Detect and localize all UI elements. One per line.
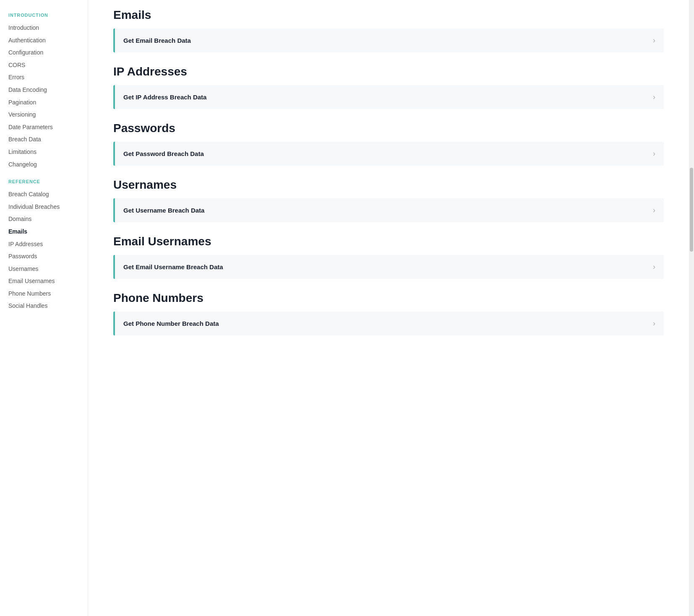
sidebar-item-configuration[interactable]: Configuration	[8, 47, 88, 59]
scrollbar-thumb[interactable]	[690, 168, 693, 252]
sidebar-item-phone-numbers[interactable]: Phone Numbers	[8, 288, 88, 300]
api-item-label-get-email-username-breach-data: Get Email Username Breach Data	[123, 263, 223, 270]
chevron-right-icon: ›	[653, 93, 655, 101]
sidebar-item-changelog[interactable]: Changelog	[8, 159, 88, 171]
sidebar-item-cors[interactable]: CORS	[8, 59, 88, 72]
section-title-phone-numbers: Phone Numbers	[113, 291, 664, 305]
sidebar-item-authentication[interactable]: Authentication	[8, 34, 88, 47]
section-title-emails: Emails	[113, 8, 664, 22]
sidebar-item-individual-breaches[interactable]: Individual Breaches	[8, 201, 88, 213]
sidebar-item-breach-data[interactable]: Breach Data	[8, 133, 88, 146]
api-item-get-email-username-breach-data[interactable]: Get Email Username Breach Data›	[113, 255, 664, 279]
sidebar-item-pagination[interactable]: Pagination	[8, 96, 88, 109]
api-item-label-get-password-breach-data: Get Password Breach Data	[123, 150, 204, 157]
chevron-right-icon: ›	[653, 149, 655, 158]
api-item-get-ip-address-breach-data[interactable]: Get IP Address Breach Data›	[113, 85, 664, 109]
sidebar-item-ip-addresses[interactable]: IP Addresses	[8, 238, 88, 251]
sidebar-item-emails[interactable]: Emails	[8, 226, 88, 238]
section-title-email-usernames: Email Usernames	[113, 235, 664, 248]
sidebar: INTRODUCTION Introduction Authentication…	[0, 0, 88, 616]
sidebar-item-breach-catalog[interactable]: Breach Catalog	[8, 188, 88, 201]
sidebar-intro-label: INTRODUCTION	[8, 13, 88, 18]
sidebar-item-errors[interactable]: Errors	[8, 71, 88, 84]
chevron-right-icon: ›	[653, 206, 655, 215]
sidebar-item-data-encoding[interactable]: Data Encoding	[8, 84, 88, 96]
api-item-get-password-breach-data[interactable]: Get Password Breach Data›	[113, 142, 664, 166]
api-item-label-get-username-breach-data: Get Username Breach Data	[123, 207, 204, 214]
scrollbar-track[interactable]	[689, 0, 694, 616]
api-item-label-get-email-breach-data: Get Email Breach Data	[123, 37, 191, 44]
sidebar-item-versioning[interactable]: Versioning	[8, 109, 88, 121]
api-item-get-phone-number-breach-data[interactable]: Get Phone Number Breach Data›	[113, 312, 664, 335]
section-title-ip-addresses: IP Addresses	[113, 65, 664, 78]
api-item-get-username-breach-data[interactable]: Get Username Breach Data›	[113, 198, 664, 222]
sidebar-item-email-usernames[interactable]: Email Usernames	[8, 275, 88, 288]
sidebar-item-limitations[interactable]: Limitations	[8, 146, 88, 159]
section-title-passwords: Passwords	[113, 122, 664, 135]
sidebar-item-date-parameters[interactable]: Date Parameters	[8, 121, 88, 134]
main-content: EmailsGet Email Breach Data›IP Addresses…	[88, 0, 689, 616]
api-item-get-email-breach-data[interactable]: Get Email Breach Data›	[113, 29, 664, 52]
section-title-usernames: Usernames	[113, 178, 664, 192]
sidebar-item-passwords[interactable]: Passwords	[8, 250, 88, 263]
sidebar-item-social-handles[interactable]: Social Handles	[8, 300, 88, 312]
chevron-right-icon: ›	[653, 36, 655, 45]
sidebar-item-usernames[interactable]: Usernames	[8, 263, 88, 276]
sidebar-item-domains[interactable]: Domains	[8, 213, 88, 226]
chevron-right-icon: ›	[653, 319, 655, 328]
chevron-right-icon: ›	[653, 263, 655, 271]
api-item-label-get-phone-number-breach-data: Get Phone Number Breach Data	[123, 320, 219, 327]
api-item-label-get-ip-address-breach-data: Get IP Address Breach Data	[123, 94, 206, 101]
sidebar-reference-label: REFERENCE	[8, 179, 88, 184]
sidebar-item-introduction[interactable]: Introduction	[8, 22, 88, 34]
